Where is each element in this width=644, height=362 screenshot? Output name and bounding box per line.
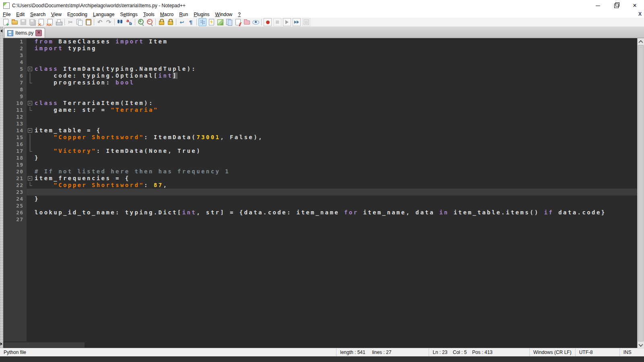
code-text[interactable]: progression: bool bbox=[35, 79, 637, 86]
macro-stop-icon[interactable] bbox=[273, 18, 281, 26]
code-text[interactable] bbox=[35, 161, 637, 168]
code-text[interactable] bbox=[35, 189, 637, 195]
line-number[interactable]: 3 bbox=[3, 52, 27, 59]
line-number[interactable]: 21 bbox=[3, 175, 27, 182]
menu-item-view[interactable]: View bbox=[48, 12, 64, 17]
fold-collapse-icon[interactable] bbox=[27, 127, 35, 134]
code-text[interactable] bbox=[35, 52, 637, 59]
line-number[interactable]: 1 bbox=[3, 38, 27, 45]
menu-item-edit[interactable]: Edit bbox=[13, 12, 27, 17]
code-text[interactable]: item_table = { bbox=[35, 127, 637, 134]
code-text[interactable] bbox=[35, 120, 637, 127]
menu-item-language[interactable]: Language bbox=[90, 12, 117, 17]
line-number[interactable]: 14 bbox=[3, 127, 27, 134]
code-text[interactable] bbox=[35, 141, 637, 148]
fold-collapse-icon[interactable] bbox=[27, 66, 35, 72]
cut-icon[interactable]: ✂ bbox=[66, 18, 74, 26]
macro-save-icon[interactable] bbox=[302, 18, 310, 26]
open-folder-icon[interactable] bbox=[10, 18, 19, 26]
code-line[interactable]: 16 bbox=[3, 141, 637, 148]
line-number[interactable]: 20 bbox=[3, 168, 27, 175]
code-text[interactable]: "Copper Shortsword": 87, bbox=[35, 182, 637, 189]
code-text[interactable] bbox=[35, 86, 637, 93]
macro-record-icon[interactable] bbox=[264, 18, 272, 26]
document-map-icon[interactable] bbox=[216, 18, 224, 26]
word-wrap-icon[interactable]: ↩ bbox=[178, 18, 186, 26]
vertical-scrollbar-thumb[interactable] bbox=[638, 45, 644, 341]
code-line[interactable]: 11 game: str = "Terraria" bbox=[3, 107, 637, 113]
code-line[interactable]: 14item_table = { bbox=[3, 127, 637, 134]
close-doc-icon[interactable] bbox=[37, 18, 45, 26]
close-document-icon[interactable]: X bbox=[638, 11, 642, 17]
restore-button[interactable] bbox=[607, 0, 625, 11]
expand-right-icon[interactable] bbox=[0, 342, 2, 346]
line-number[interactable]: 16 bbox=[3, 141, 27, 148]
line-number[interactable]: 12 bbox=[3, 113, 27, 120]
line-number[interactable]: 11 bbox=[3, 107, 27, 113]
code-line[interactable]: 7 progression: bool bbox=[3, 79, 637, 86]
code-line[interactable]: 18} bbox=[3, 154, 637, 161]
code-line[interactable]: 22 "Copper Shortsword": 87, bbox=[3, 182, 637, 189]
line-number[interactable]: 17 bbox=[3, 148, 27, 154]
code-line[interactable]: 27 bbox=[3, 216, 637, 223]
dock-grip-rail[interactable] bbox=[0, 27, 3, 348]
line-number[interactable]: 25 bbox=[3, 202, 27, 209]
horizontal-scrollbar[interactable] bbox=[3, 341, 637, 348]
code-line[interactable]: 6 code: typing.Optional[int] bbox=[3, 72, 637, 79]
code-text[interactable]: "Copper Shortsword": ItemData(73001, Fal… bbox=[35, 134, 637, 141]
code-text[interactable]: from BaseClasses import Item bbox=[35, 38, 637, 45]
new-file-icon[interactable] bbox=[2, 18, 10, 26]
code-text[interactable]: lookup_id_to_name: typing.Dict[int, str]… bbox=[35, 209, 637, 216]
code-line[interactable]: 5class ItemData(typing.NamedTuple): bbox=[3, 66, 637, 72]
code-text[interactable] bbox=[35, 202, 637, 209]
menu-item-search[interactable]: Search bbox=[27, 12, 48, 17]
minimize-button[interactable] bbox=[588, 0, 607, 11]
function-list-icon[interactable] bbox=[234, 18, 242, 26]
code-line[interactable]: 26lookup_id_to_name: typing.Dict[int, st… bbox=[3, 209, 637, 216]
line-number[interactable]: 19 bbox=[3, 161, 27, 168]
code-line[interactable]: 1from BaseClasses import Item bbox=[3, 38, 637, 45]
code-text[interactable]: } bbox=[35, 195, 637, 202]
code-text[interactable]: item_frequencies = { bbox=[35, 175, 637, 182]
indent-guide-icon[interactable] bbox=[198, 18, 206, 26]
find-icon[interactable] bbox=[116, 18, 124, 26]
menu-item-run[interactable]: Run bbox=[176, 12, 191, 17]
save-icon[interactable] bbox=[19, 18, 27, 26]
code-text[interactable]: code: typing.Optional[int] bbox=[35, 72, 637, 79]
copy-icon[interactable] bbox=[75, 18, 83, 26]
code-text[interactable] bbox=[35, 93, 637, 100]
print-icon[interactable] bbox=[55, 18, 63, 26]
status-typing-mode[interactable]: INS bbox=[619, 348, 644, 356]
code-line[interactable]: 12 bbox=[3, 113, 637, 120]
code-line[interactable]: 24} bbox=[3, 195, 637, 202]
menu-item-macro[interactable]: Macro bbox=[157, 12, 176, 17]
code-text[interactable] bbox=[35, 216, 637, 223]
line-number[interactable]: 5 bbox=[3, 66, 27, 72]
menu-item-file[interactable]: File bbox=[0, 12, 13, 17]
line-number[interactable]: 7 bbox=[3, 79, 27, 86]
code-line[interactable]: 10class TerrariaItem(Item): bbox=[3, 100, 637, 107]
menu-item-encoding[interactable]: Encoding bbox=[64, 12, 90, 17]
horizontal-scrollbar-thumb[interactable] bbox=[4, 342, 85, 348]
menu-item-tools[interactable]: Tools bbox=[140, 12, 157, 17]
line-number[interactable]: 27 bbox=[3, 216, 27, 223]
paste-icon[interactable] bbox=[84, 18, 92, 26]
fold-collapse-icon[interactable] bbox=[27, 100, 35, 107]
code-line[interactable]: 4 bbox=[3, 59, 637, 66]
code-text[interactable] bbox=[35, 113, 637, 120]
scroll-down-button[interactable] bbox=[638, 341, 644, 348]
line-number[interactable]: 8 bbox=[3, 86, 27, 93]
line-number[interactable]: 26 bbox=[3, 209, 27, 216]
sync-horizontal-scroll-icon[interactable] bbox=[166, 18, 174, 26]
line-number[interactable]: 24 bbox=[3, 195, 27, 202]
close-button[interactable]: × bbox=[625, 0, 644, 11]
macro-run-multiple-icon[interactable] bbox=[293, 18, 301, 26]
undo-icon[interactable]: ↶ bbox=[96, 18, 104, 26]
code-text[interactable]: # If not listed here then has frequency … bbox=[35, 168, 637, 175]
close-all-docs-icon[interactable] bbox=[46, 18, 54, 26]
replace-icon[interactable] bbox=[125, 18, 133, 26]
code-line[interactable]: 9 bbox=[3, 93, 637, 100]
menu-item-help[interactable]: ? bbox=[235, 12, 244, 17]
code-line[interactable]: 21item_frequencies = { bbox=[3, 175, 637, 182]
status-eol-format[interactable]: Windows (CR LF) bbox=[529, 348, 575, 356]
